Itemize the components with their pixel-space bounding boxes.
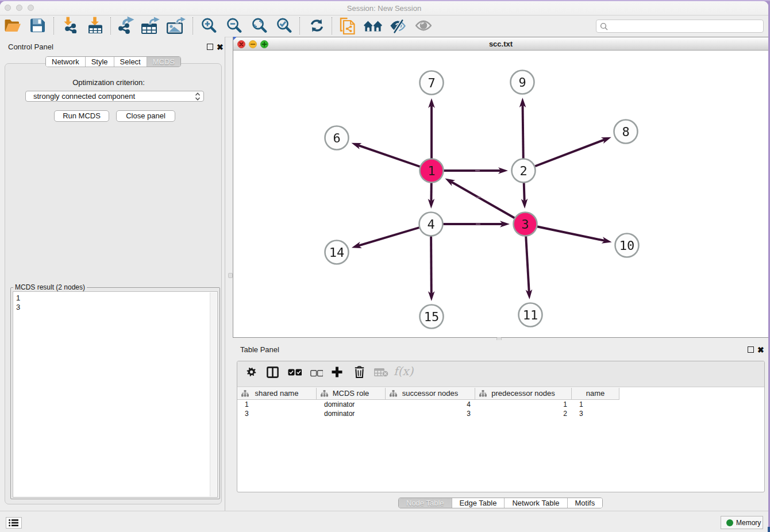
zoom-in-button[interactable] xyxy=(201,18,217,36)
deselect-all-button[interactable] xyxy=(310,369,323,379)
column-header-successor-nodes[interactable]: successor nodes xyxy=(386,388,475,400)
toolbar-separator xyxy=(332,17,332,34)
export-table-button[interactable] xyxy=(141,16,161,36)
tab-mcds[interactable]: MCDS xyxy=(147,57,180,67)
node-label: 14 xyxy=(329,245,345,260)
window-title: Session: New Session xyxy=(0,1,768,16)
node-label: 6 xyxy=(333,131,340,145)
node-label: 9 xyxy=(518,75,526,90)
delete-table-button[interactable] xyxy=(374,368,388,379)
clone-network-button[interactable] xyxy=(340,17,356,37)
tree-icon xyxy=(241,390,249,397)
hide-selected-button[interactable] xyxy=(390,18,407,36)
run-mcds-button[interactable]: Run MCDS xyxy=(54,110,109,122)
export-network-button[interactable] xyxy=(118,16,134,36)
save-session-button[interactable] xyxy=(30,18,45,35)
criterion-dropdown[interactable]: strongly connected component xyxy=(25,91,204,102)
table-tab-node-table[interactable]: Node Table xyxy=(399,498,452,508)
column-header-shared-name[interactable]: shared name xyxy=(237,388,317,400)
graph-node-1[interactable]: 1 xyxy=(420,159,444,183)
table-tab-motifs[interactable]: Motifs xyxy=(568,498,603,508)
graph-node-3[interactable]: 3 xyxy=(514,213,537,236)
zoom-selected-button[interactable] xyxy=(276,18,292,36)
column-header-predecessor-nodes[interactable]: predecessor nodes xyxy=(475,388,572,400)
add-column-button[interactable] xyxy=(331,366,343,380)
graph-node-11[interactable]: 11 xyxy=(519,303,542,327)
edge-1-6[interactable] xyxy=(352,143,432,171)
zoom-fit-icon xyxy=(251,18,267,34)
graph-node-14[interactable]: 14 xyxy=(325,241,349,264)
graph-node-2[interactable]: 2 xyxy=(512,159,536,183)
column-header-name[interactable]: name xyxy=(572,388,619,400)
export-image-button[interactable] xyxy=(167,16,186,36)
memory-label: Memory xyxy=(736,519,761,527)
memory-button[interactable]: Memory xyxy=(721,516,763,529)
graph-node-15[interactable]: 15 xyxy=(420,305,444,329)
close-panel-button[interactable]: Close panel xyxy=(116,110,175,122)
window-corner-accent-right xyxy=(768,527,770,532)
table-row[interactable]: 1dominator411 xyxy=(237,400,764,409)
fx-icon: f(x) xyxy=(394,364,415,379)
result-scrollbar[interactable] xyxy=(210,292,217,496)
tab-style[interactable]: Style xyxy=(86,57,114,67)
clone-network-icon xyxy=(340,17,356,34)
function-builder-button[interactable]: f(x) xyxy=(394,364,415,381)
main-toolbar xyxy=(0,16,768,37)
open-file-button[interactable] xyxy=(4,18,21,35)
network-window-titlebar: scc.txt xyxy=(233,37,768,51)
node-label: 8 xyxy=(622,125,629,139)
search-field[interactable] xyxy=(596,20,764,33)
zoom-fit-button[interactable] xyxy=(251,18,267,36)
control-panel-tabs: NetworkStyleSelectMCDS xyxy=(45,56,181,67)
show-all-button[interactable] xyxy=(415,20,432,34)
import-table-icon xyxy=(87,17,103,33)
column-header-MCDS-role[interactable]: MCDS role xyxy=(317,388,386,400)
table-tabs: Node TableEdge TableNetwork TableMotifs xyxy=(398,498,603,508)
graph-node-9[interactable]: 9 xyxy=(511,71,534,94)
open-folder-icon xyxy=(4,18,21,33)
search-input[interactable] xyxy=(610,21,760,32)
show-column-selector-button[interactable] xyxy=(267,367,279,380)
graph-node-4[interactable]: 4 xyxy=(419,213,443,236)
float-panel-icon[interactable] xyxy=(207,44,213,50)
delete-table-icon xyxy=(374,368,388,377)
import-table-button[interactable] xyxy=(87,17,103,36)
import-network-button[interactable] xyxy=(62,17,78,36)
table-tab-network-table[interactable]: Network Table xyxy=(505,498,567,508)
delete-column-button[interactable] xyxy=(355,366,364,380)
table-tab-edge-table[interactable]: Edge Table xyxy=(452,498,505,508)
table-close-icon[interactable]: ✖ xyxy=(757,347,764,353)
first-neighbors-button[interactable] xyxy=(364,19,382,36)
vertical-splitter-grip[interactable] xyxy=(228,273,233,278)
trash-icon xyxy=(355,366,364,378)
table-float-icon[interactable] xyxy=(748,346,754,353)
tree-icon xyxy=(321,390,328,397)
edge-3-10[interactable] xyxy=(525,224,612,244)
select-all-button[interactable] xyxy=(288,368,302,379)
save-icon xyxy=(30,18,45,33)
mcds-result-list[interactable]: 13 xyxy=(13,291,218,498)
task-history-button[interactable] xyxy=(6,517,22,529)
edge-2-8[interactable] xyxy=(523,137,611,171)
refresh-button[interactable] xyxy=(309,18,325,36)
zoom-out-button[interactable] xyxy=(226,18,242,36)
tab-select[interactable]: Select xyxy=(114,57,147,67)
table-row[interactable]: 3dominator323 xyxy=(237,409,764,418)
result-line: 3 xyxy=(13,303,217,312)
network-canvas[interactable]: 7968124314101511 xyxy=(233,51,768,337)
graph-node-8[interactable]: 8 xyxy=(614,120,638,144)
table-panel-title: Table Panel xyxy=(240,345,279,354)
plus-icon xyxy=(331,366,343,378)
table-settings-button[interactable] xyxy=(247,367,257,380)
control-panel: Control Panel ✖ NetworkStyleSelectMCDS O… xyxy=(0,37,225,511)
eye-slash-icon xyxy=(390,18,407,33)
graph-node-10[interactable]: 10 xyxy=(615,234,639,257)
node-label: 15 xyxy=(424,310,440,324)
search-icon xyxy=(600,22,608,31)
close-panel-icon[interactable]: ✖ xyxy=(217,44,224,51)
network-view-window: scc.txt 7968124314101511 xyxy=(233,37,768,338)
graph-node-6[interactable]: 6 xyxy=(325,126,349,150)
tab-network[interactable]: Network xyxy=(46,57,86,67)
graph-node-7[interactable]: 7 xyxy=(420,71,444,95)
edge-3-1[interactable] xyxy=(445,178,525,224)
